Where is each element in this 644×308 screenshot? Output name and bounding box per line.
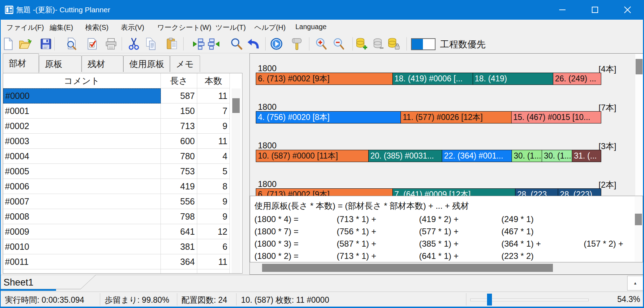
table-row-#0002[interactable]: #00027139 (3, 119, 242, 134)
tab-5[interactable]: メモ (170, 55, 200, 72)
diagram-vertical-scrollbar[interactable] (635, 54, 643, 196)
cell-qty[interactable]: 4 (197, 149, 230, 164)
diagram-scrollbar-thumb[interactable] (636, 59, 643, 74)
tab-2[interactable]: 原板 (39, 55, 82, 72)
table-scrollbar-thumb[interactable] (232, 98, 240, 113)
menu-item-7[interactable]: ヘルプ(H) (254, 23, 286, 32)
verify-document-icon[interactable] (85, 37, 99, 51)
menu-item-4[interactable]: 表示(V) (121, 23, 144, 32)
table-vertical-scrollbar[interactable] (232, 88, 241, 274)
table-row-#0008[interactable]: #00087989 (3, 209, 242, 224)
cell-length[interactable]: 587 (161, 88, 197, 103)
column-header-3[interactable]: 本数 (197, 73, 230, 88)
cell-comment[interactable]: #0012 (3, 269, 161, 274)
cut-segment[interactable]: 18. (419) (473, 73, 553, 85)
cell-comment[interactable]: #0002 (3, 119, 161, 134)
undo-icon[interactable] (246, 37, 260, 51)
table-row-#0001[interactable]: #00011507 (3, 103, 242, 119)
cell-length[interactable]: 798 (161, 209, 197, 224)
cell-comment[interactable]: #0010 (3, 239, 161, 254)
menu-item-2[interactable]: 編集(E) (50, 23, 73, 32)
cut-segment[interactable]: 6. (713) #0002 [9本] (256, 73, 393, 85)
cell-comment[interactable]: #0000 (3, 88, 161, 103)
insert-row-right-icon[interactable] (207, 37, 220, 51)
menu-item-8[interactable]: Language (295, 23, 327, 31)
process-priority-indicator[interactable] (411, 38, 436, 50)
find-icon[interactable] (230, 37, 243, 51)
cut-segment[interactable]: 10. (587) #0000 [11本] (256, 150, 369, 162)
run-icon[interactable] (270, 37, 283, 51)
cell-qty[interactable]: 11 (197, 254, 230, 269)
zoom-in-icon[interactable] (315, 37, 328, 51)
cell-comment[interactable]: #0006 (3, 179, 161, 194)
cell-length[interactable]: 150 (161, 103, 197, 119)
close-button[interactable] (617, 0, 638, 20)
table-row-#0004[interactable]: #00047804 (3, 149, 242, 164)
print-preview-icon[interactable] (65, 37, 78, 51)
open-file-icon[interactable] (18, 37, 32, 51)
cell-qty[interactable]: 5 (197, 164, 230, 179)
table-row-#0009[interactable]: #000964112 (3, 224, 242, 239)
cell-qty[interactable]: 9 (197, 194, 230, 209)
cut-segment[interactable]: 31. (... (572, 150, 601, 162)
cell-length[interactable]: 780 (161, 149, 197, 164)
cell-qty[interactable]: 12 (197, 269, 230, 274)
tab-3[interactable]: 残材 (82, 55, 123, 72)
cut-segment[interactable]: 11. (577) #0026 [12本] (401, 112, 511, 123)
table-row-#0011[interactable]: #001136411 (3, 254, 242, 269)
cell-length[interactable]: 419 (161, 179, 197, 194)
paste-icon[interactable] (165, 37, 179, 51)
column-header-2[interactable]: 長さ (161, 73, 197, 88)
insert-row-left-icon[interactable] (192, 37, 205, 51)
tab-1[interactable]: 部材 (3, 53, 39, 73)
scroll-up-button[interactable]: ▲ (627, 276, 643, 290)
menu-item-6[interactable]: ツール(T) (215, 23, 246, 32)
table-row-#0012[interactable]: #001216112 (3, 269, 242, 274)
cell-qty[interactable]: 7 (197, 103, 230, 119)
cut-segment[interactable]: 18. (419) #0006 [... (393, 73, 473, 85)
cell-comment[interactable]: #0011 (3, 254, 161, 269)
cell-qty[interactable]: 11 (197, 134, 230, 149)
cell-length[interactable]: 161 (161, 269, 197, 274)
cell-length[interactable]: 600 (161, 134, 197, 149)
column-header-1[interactable]: コメント (3, 73, 161, 88)
horizontal-scrollbar[interactable] (250, 263, 643, 273)
cut-segment[interactable]: 30. (1... (512, 150, 542, 162)
db-add-icon[interactable] (355, 37, 368, 51)
db-key-icon[interactable] (387, 37, 400, 51)
cut-segment[interactable]: 22. (364) #001... (442, 150, 512, 162)
new-file-icon[interactable] (1, 37, 15, 51)
db-disabled-icon[interactable] (371, 37, 385, 51)
cell-length[interactable]: 556 (161, 194, 197, 209)
minimize-button[interactable] (552, 0, 573, 20)
tab-4[interactable]: 使用原板 (123, 55, 170, 72)
table-row-#0010[interactable]: #00103816 (3, 239, 242, 254)
cut-segment[interactable]: 26. (249) ... (553, 73, 601, 85)
cell-comment[interactable]: #0008 (3, 209, 161, 224)
cell-comment[interactable]: #0001 (3, 103, 161, 119)
zoom-out-icon[interactable] (332, 37, 345, 51)
print-icon[interactable] (104, 37, 118, 51)
table-row-#0006[interactable]: #00064198 (3, 179, 242, 194)
cell-comment[interactable]: #0003 (3, 134, 161, 149)
formula-vertical-scrollbar[interactable] (635, 196, 642, 262)
cell-length[interactable]: 713 (161, 119, 197, 134)
cut-segment[interactable]: 20. (385) #0031... (369, 150, 442, 162)
progress-slider-thumb[interactable] (487, 294, 492, 306)
cell-qty[interactable]: 8 (197, 179, 230, 194)
menu-item-3[interactable]: 検索(S) (85, 23, 109, 32)
sheet-tab-sheet1[interactable]: Sheet1 (4, 277, 34, 288)
cell-qty[interactable]: 6 (197, 239, 230, 254)
maximize-button[interactable] (585, 0, 605, 20)
cell-qty[interactable]: 11 (197, 88, 230, 103)
table-row-#0007[interactable]: #00075569 (3, 194, 242, 209)
cell-length[interactable]: 381 (161, 239, 197, 254)
horizontal-scrollbar-thumb[interactable] (262, 264, 553, 272)
menu-item-1[interactable]: ファイル(F) (6, 23, 44, 32)
cell-length[interactable]: 753 (161, 164, 197, 179)
formula-scrollbar-thumb[interactable] (635, 214, 642, 225)
table-row-#0000[interactable]: #000058711 (3, 88, 242, 103)
cell-length[interactable]: 641 (161, 224, 197, 239)
cell-comment[interactable]: #0004 (3, 149, 161, 164)
cut-segment[interactable]: 4. (756) #0020 [8本] (256, 112, 401, 123)
